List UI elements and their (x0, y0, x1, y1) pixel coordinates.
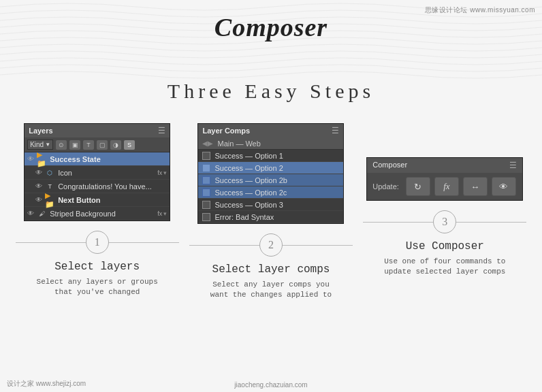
step-line-left-2 (189, 245, 259, 246)
style-icon[interactable]: S (124, 140, 135, 150)
step-3-desc-line2: update selected layer comps (384, 267, 505, 276)
type-icon[interactable]: T (83, 140, 94, 150)
comp-row-1[interactable]: Success — Option 2 (198, 162, 343, 174)
comp-checkbox-3[interactable] (202, 189, 210, 197)
layers-panel: Layers ☰ Kind ▼ ⊙ ▣ T ▢ ◑ S 👁 ▶📁 Success… (24, 123, 170, 221)
step-1-desc: Select any layers or groups that you've … (37, 277, 158, 298)
comp-row-2[interactable]: Success — Option 2b (198, 174, 343, 186)
step-1-column: Layers ☰ Kind ▼ ⊙ ▣ T ▢ ◑ S 👁 ▶📁 Success… (16, 123, 179, 298)
layer-name-striped: Striped Background (48, 210, 156, 218)
refresh-button[interactable]: ↻ (406, 177, 430, 196)
fx-badge-2: fx (157, 210, 162, 217)
step-2-column: Layer Comps ☰ ◀▶ Main — Web Success — Op… (189, 123, 353, 301)
layers-title: Layers (29, 127, 52, 135)
step-line-right-3 (456, 222, 526, 223)
step-1-title: Select layers (54, 261, 140, 273)
expand-icon-1: ▾ (163, 169, 167, 176)
step-1-desc-line2: that you've changed (54, 288, 140, 296)
composer-panel-header: Composer ☰ (367, 158, 522, 173)
step-circle-2: 2 (259, 233, 283, 257)
shape-icon[interactable]: ▢ (97, 140, 108, 150)
layer-name-success-state: Success State (48, 155, 167, 163)
composer-body: Update: ↻ fx ↔ 👁 (367, 173, 522, 200)
update-label: Update: (372, 182, 399, 191)
transform-button[interactable]: ↔ (463, 177, 488, 196)
comp-name-0: Success — Option 1 (214, 152, 283, 160)
pixel-icon[interactable]: ▣ (69, 140, 80, 150)
header: Composer (0, 0, 542, 42)
comps-title: Layer Comps (202, 127, 250, 135)
comp-nav-icon: ◀▶ (202, 140, 213, 147)
comp-checkbox-0[interactable] (202, 152, 210, 160)
eye-icon-1: 👁 (27, 155, 37, 163)
eye-icon-5: 👁 (27, 210, 37, 217)
subtitle: Three Easy Steps (0, 80, 542, 103)
kind-dropdown[interactable]: Kind ▼ (27, 140, 53, 150)
comp-checkbox-1[interactable] (202, 164, 210, 172)
eye-icon-4: 👁 (35, 196, 45, 203)
comp-name-3: Success — Option 2c (214, 189, 287, 197)
watermark-bottom-left: 设计之家 www.shejizj.com (7, 379, 86, 389)
visibility-button[interactable]: 👁 (492, 177, 516, 196)
comp-header-row: ◀▶ Main — Web (198, 137, 343, 150)
comp-name-4: Success — Option 3 (214, 201, 283, 209)
folder-icon-1: ▶📁 (37, 154, 46, 164)
comps-menu-icon: ☰ (332, 126, 339, 135)
comp-row-0[interactable]: Success — Option 1 (198, 150, 343, 162)
brush-layer-icon: 🖌 (37, 209, 46, 218)
layers-menu-icon: ☰ (158, 126, 165, 135)
comps-panel-header: Layer Comps ☰ (198, 124, 343, 137)
comp-row-4[interactable]: Success — Option 3 (198, 199, 343, 211)
layers-panel-header: Layers ☰ (25, 124, 170, 137)
fx-button[interactable]: fx (434, 177, 459, 196)
layer-name-next-button: Next Button (57, 196, 167, 204)
composer-menu-icon: ☰ (509, 161, 517, 170)
step-2-desc-line1: Select any layer comps you (212, 280, 330, 289)
step-3-column: Composer ☰ Update: ↻ fx ↔ 👁 3 Use Compos… (363, 123, 526, 278)
step-3-desc-line1: Use one of four commands to (384, 257, 505, 265)
eye-icon-2: 👁 (35, 169, 45, 176)
comps-panel: Layer Comps ☰ ◀▶ Main — Web Success — Op… (197, 123, 344, 224)
comp-row-3[interactable]: Success — Option 2c (198, 186, 343, 199)
layer-row-next-button[interactable]: 👁 ▶📁 Next Button (25, 193, 170, 207)
step-3-desc: Use one of four commands to update selec… (384, 257, 505, 278)
step-1-desc-line1: Select any layers or groups (37, 278, 158, 286)
step-3-title: Use Composer (406, 240, 484, 252)
folder-icon-2: ▶📁 (45, 195, 54, 205)
adjustment-icon[interactable]: ◑ (110, 140, 121, 150)
step-line-left-3 (363, 222, 433, 223)
comp-header-text: Main — Web (217, 140, 260, 148)
step-2-title: Select layer comps (212, 263, 330, 276)
comp-row-5[interactable]: Error: Bad Syntax (198, 211, 343, 223)
kind-chevron: ▼ (45, 142, 50, 148)
step-2-desc: Select any layer comps you want the chan… (210, 280, 332, 301)
comp-checkbox-5[interactable] (202, 213, 210, 221)
expand-icon-2: ▾ (163, 210, 167, 217)
comp-checkbox-4[interactable] (202, 201, 210, 209)
step-circle-3: 3 (433, 210, 456, 233)
logo: Composer (0, 12, 542, 42)
layer-row-icon[interactable]: 👁 ⬡ Icon fx ▾ (25, 166, 170, 180)
shape-layer-icon: ⬡ (45, 168, 54, 178)
composer-title: Composer (372, 161, 407, 170)
step-line-left-1 (16, 242, 86, 243)
layer-name-icon: Icon (57, 169, 156, 177)
filter-icon[interactable]: ⊙ (56, 140, 67, 150)
eye-icon-3: 👁 (35, 182, 45, 190)
comp-name-1: Success — Option 2 (214, 164, 283, 172)
watermark-bottom-center: jiaocheng.chazuian.com (234, 381, 307, 389)
text-layer-icon: T (45, 182, 54, 191)
step-2-desc-line2: want the changes applied to (210, 291, 332, 299)
layer-name-congrats: Congratulations! You have... (57, 182, 167, 191)
steps-section: Layers ☰ Kind ▼ ⊙ ▣ T ▢ ◑ S 👁 ▶📁 Success… (0, 123, 542, 301)
fx-badge-1: fx (157, 169, 162, 176)
comp-name-2: Success — Option 2b (214, 176, 287, 184)
comp-name-5: Error: Bad Syntax (214, 213, 274, 221)
layer-row-success-state[interactable]: 👁 ▶📁 Success State (25, 152, 170, 166)
step-line-right-1 (109, 242, 179, 243)
layer-row-striped[interactable]: 👁 🖌 Striped Background fx ▾ (25, 207, 170, 220)
kind-label: Kind (30, 141, 44, 148)
step-circle-1: 1 (86, 231, 109, 254)
step-line-right-2 (283, 245, 353, 246)
comp-checkbox-2[interactable] (202, 176, 210, 184)
